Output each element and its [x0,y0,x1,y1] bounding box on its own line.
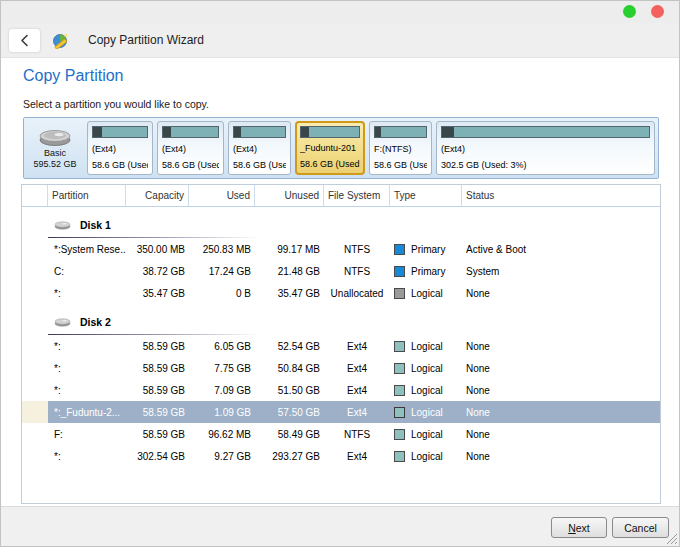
column-header-blank[interactable] [22,185,48,206]
cell-status: None [462,282,660,304]
partition-usage-bar [300,126,360,138]
partition-usage-bar [374,126,427,138]
disk-icon [53,316,72,328]
column-header-status[interactable]: Status [462,185,660,206]
cell-unused: 58.49 GB [255,423,324,445]
table-row[interactable]: *: 58.59 GB 6.05 GB 52.54 GB Ext4 Logica… [22,335,660,357]
column-header-type[interactable]: Type [390,185,462,206]
cell-filesystem: Ext4 [324,379,390,401]
partition-block-1[interactable]: (Ext4) 58.6 GB (Used [87,121,153,175]
cell-status: None [462,423,660,445]
table-row[interactable]: *: 302.54 GB 9.27 GB 293.27 GB Ext4 Logi… [22,445,660,467]
wizard-footer: Next Cancel [1,506,679,546]
cancel-button[interactable]: Cancel [612,517,669,538]
cell-partition: C: [48,260,126,282]
cell-used: 1.09 GB [189,401,255,423]
table-row-selected[interactable]: *:_Fuduntu-2... 58.59 GB 1.09 GB 57.50 G… [22,401,660,423]
cell-unused: 52.54 GB [255,335,324,357]
type-color-swatch [394,363,405,374]
partition-size: 58.6 GB (Used [162,160,219,171]
cell-partition: *: [48,282,126,304]
partition-label: (Ext4) [162,144,219,155]
cell-filesystem: NTFS [324,260,390,282]
type-label: Logical [411,385,443,396]
disk-size-label: 595.52 GB [33,159,76,170]
cell-used: 250.83 MB [189,238,255,260]
cell-type: Primary [390,238,462,260]
cell-capacity: 58.59 GB [126,401,189,423]
cell-filesystem: Ext4 [324,335,390,357]
cell-filesystem: Ext4 [324,357,390,379]
partition-usage-fill [234,127,241,137]
type-label: Logical [411,407,443,418]
table-row[interactable]: *: 35.47 GB 0 B 35.47 GB Unallocated Log… [22,282,660,304]
partition-block-6[interactable]: (Ext4) 302.5 GB (Used: 3%) [436,121,655,175]
cell-filesystem: Ext4 [324,401,390,423]
cell-status: None [462,357,660,379]
table-row[interactable]: C: 38.72 GB 17.24 GB 21.48 GB NTFS Prima… [22,260,660,282]
type-color-swatch [394,407,405,418]
cell-filesystem: Ext4 [324,445,390,467]
resize-grip[interactable] [665,532,678,545]
partition-size: 302.5 GB (Used: 3%) [441,160,650,171]
next-button[interactable]: Next [551,517,607,538]
type-color-swatch [394,385,405,396]
table-row[interactable]: *: 58.59 GB 7.75 GB 50.84 GB Ext4 Logica… [22,357,660,379]
partition-label: F:(NTFS) [374,144,427,155]
cell-partition: *: [48,335,126,357]
back-chevron-icon [20,34,29,47]
disk-type-label: Basic [44,148,66,159]
disk-group-header: Disk 2 [22,309,660,335]
back-button[interactable] [8,28,41,53]
partition-block-2[interactable]: (Ext4) 58.6 GB (Used [157,121,224,175]
type-label: Primary [411,244,445,255]
partition-table: Partition Capacity Used Unused File Syst… [21,184,661,504]
table-row[interactable]: F: 58.59 GB 96.62 MB 58.49 GB NTFS Logic… [22,423,660,445]
cell-partition: *:System Rese... [48,238,126,260]
column-header-capacity[interactable]: Capacity [126,185,189,206]
cell-type: Logical [390,445,462,467]
wizard-title: Copy Partition Wizard [88,33,204,47]
column-header-filesystem[interactable]: File System [324,185,390,206]
cell-capacity: 35.47 GB [126,282,189,304]
partition-usage-bar [162,126,219,138]
window-control-green[interactable] [623,5,636,18]
partition-label: (Ext4) [233,144,286,155]
type-color-swatch [394,266,405,277]
disk-group-underline [48,237,260,238]
table-row[interactable]: *:System Rese... 350.00 MB 250.83 MB 99.… [22,238,660,260]
partition-block-3[interactable]: (Ext4) 58.6 GB (Used [228,121,291,175]
cell-type: Logical [390,357,462,379]
partition-block-5[interactable]: F:(NTFS) 58.6 GB (Used [369,121,432,175]
cell-partition: *:_Fuduntu-2... [48,401,126,423]
partition-usage-bar [233,126,286,138]
cell-type: Logical [390,335,462,357]
window-control-red[interactable] [651,5,664,18]
column-header-partition[interactable]: Partition [48,185,126,206]
cell-type: Logical [390,423,462,445]
cell-capacity: 302.54 GB [126,445,189,467]
partition-size: 58.6 GB (Used [300,159,360,170]
cell-used: 7.09 GB [189,379,255,401]
cell-used: 9.27 GB [189,445,255,467]
disk-map-disk-cell[interactable]: Basic 595.52 GB [27,121,83,175]
partition-usage-fill [93,127,102,137]
cell-unused: 51.50 GB [255,379,324,401]
cell-capacity: 58.59 GB [126,423,189,445]
cell-used: 6.05 GB [189,335,255,357]
disk-group-underline [48,334,260,335]
partition-size: 58.6 GB (Used [233,160,286,171]
type-label: Logical [411,363,443,374]
cell-capacity: 58.59 GB [126,335,189,357]
cell-capacity: 38.72 GB [126,260,189,282]
cell-type: Logical [390,379,462,401]
partition-size: 58.6 GB (Used [374,160,427,171]
column-header-used[interactable]: Used [189,185,255,206]
type-color-swatch [394,341,405,352]
column-header-unused[interactable]: Unused [255,185,324,206]
partition-block-4-selected[interactable]: _Fuduntu-201 58.6 GB (Used [295,121,365,175]
cell-used: 96.62 MB [189,423,255,445]
table-row[interactable]: *: 58.59 GB 7.09 GB 51.50 GB Ext4 Logica… [22,379,660,401]
wizard-header: Copy Partition Wizard [1,23,679,58]
cell-capacity: 58.59 GB [126,357,189,379]
